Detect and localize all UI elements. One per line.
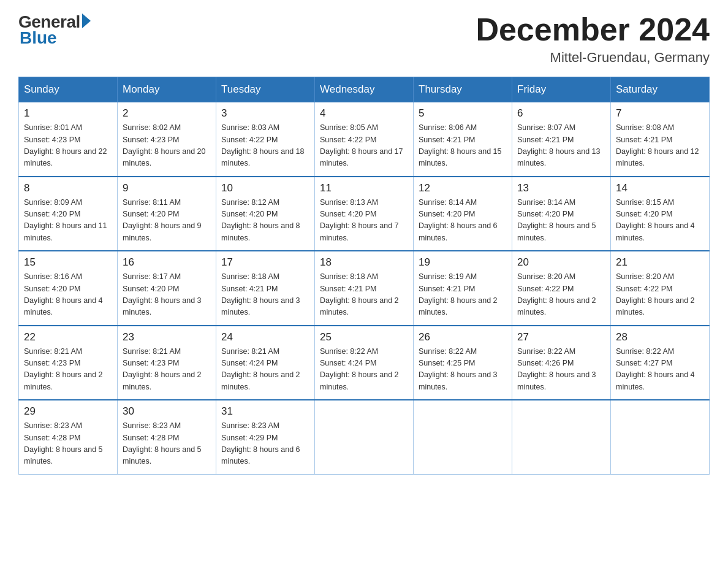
day-info: Sunrise: 8:21 AMSunset: 4:23 PMDaylight:… — [24, 346, 112, 394]
calendar-cell: 21Sunrise: 8:20 AMSunset: 4:22 PMDayligh… — [611, 251, 710, 326]
calendar-cell: 9Sunrise: 8:11 AMSunset: 4:20 PMDaylight… — [118, 177, 216, 251]
day-number: 7 — [616, 107, 704, 120]
day-number: 28 — [616, 331, 704, 343]
day-number: 21 — [616, 256, 704, 269]
day-number: 26 — [419, 331, 507, 343]
day-info: Sunrise: 8:16 AMSunset: 4:20 PMDaylight:… — [24, 271, 112, 319]
calendar-cell: 27Sunrise: 8:22 AMSunset: 4:26 PMDayligh… — [512, 326, 611, 400]
day-info: Sunrise: 8:19 AMSunset: 4:21 PMDaylight:… — [419, 271, 507, 319]
day-info: Sunrise: 8:20 AMSunset: 4:22 PMDaylight:… — [517, 271, 605, 319]
day-info: Sunrise: 8:23 AMSunset: 4:28 PMDaylight:… — [24, 420, 112, 468]
day-info: Sunrise: 8:18 AMSunset: 4:21 PMDaylight:… — [320, 271, 408, 319]
day-info: Sunrise: 8:22 AMSunset: 4:27 PMDaylight:… — [616, 346, 704, 394]
day-info: Sunrise: 8:05 AMSunset: 4:22 PMDaylight:… — [320, 122, 408, 170]
day-number: 1 — [24, 107, 112, 120]
weekday-header-row: SundayMondayTuesdayWednesdayThursdayFrid… — [19, 77, 710, 102]
calendar-cell: 5Sunrise: 8:06 AMSunset: 4:21 PMDaylight… — [414, 102, 512, 177]
calendar-cell: 30Sunrise: 8:23 AMSunset: 4:28 PMDayligh… — [118, 400, 216, 474]
calendar-cell — [414, 400, 512, 474]
calendar-cell: 28Sunrise: 8:22 AMSunset: 4:27 PMDayligh… — [611, 326, 710, 400]
logo-blue-text: Blue — [20, 28, 57, 48]
weekday-header-saturday: Saturday — [611, 77, 710, 102]
calendar-cell: 3Sunrise: 8:03 AMSunset: 4:22 PMDaylight… — [216, 102, 315, 177]
calendar-cell: 12Sunrise: 8:14 AMSunset: 4:20 PMDayligh… — [414, 177, 512, 251]
calendar-cell: 20Sunrise: 8:20 AMSunset: 4:22 PMDayligh… — [512, 251, 611, 326]
day-number: 30 — [123, 405, 211, 418]
day-number: 12 — [419, 182, 507, 194]
day-number: 27 — [517, 331, 605, 343]
day-number: 9 — [123, 182, 211, 194]
calendar-cell — [512, 400, 611, 474]
calendar-cell: 31Sunrise: 8:23 AMSunset: 4:29 PMDayligh… — [216, 400, 315, 474]
day-number: 14 — [616, 182, 704, 194]
calendar-cell: 8Sunrise: 8:09 AMSunset: 4:20 PMDaylight… — [19, 177, 118, 251]
calendar-cell: 22Sunrise: 8:21 AMSunset: 4:23 PMDayligh… — [19, 326, 118, 400]
calendar-cell: 17Sunrise: 8:18 AMSunset: 4:21 PMDayligh… — [216, 251, 315, 326]
weekday-header-friday: Friday — [512, 77, 611, 102]
calendar-cell: 13Sunrise: 8:14 AMSunset: 4:20 PMDayligh… — [512, 177, 611, 251]
calendar-cell: 26Sunrise: 8:22 AMSunset: 4:25 PMDayligh… — [414, 326, 512, 400]
day-number: 22 — [24, 331, 112, 343]
calendar-week-row: 8Sunrise: 8:09 AMSunset: 4:20 PMDaylight… — [19, 177, 710, 251]
day-info: Sunrise: 8:14 AMSunset: 4:20 PMDaylight:… — [419, 197, 507, 245]
day-info: Sunrise: 8:08 AMSunset: 4:21 PMDaylight:… — [616, 122, 704, 170]
calendar-cell: 14Sunrise: 8:15 AMSunset: 4:20 PMDayligh… — [611, 177, 710, 251]
day-info: Sunrise: 8:07 AMSunset: 4:21 PMDaylight:… — [517, 122, 605, 170]
calendar-cell: 23Sunrise: 8:21 AMSunset: 4:23 PMDayligh… — [118, 326, 216, 400]
calendar-cell: 6Sunrise: 8:07 AMSunset: 4:21 PMDaylight… — [512, 102, 611, 177]
calendar-cell: 7Sunrise: 8:08 AMSunset: 4:21 PMDaylight… — [611, 102, 710, 177]
day-info: Sunrise: 8:14 AMSunset: 4:20 PMDaylight:… — [517, 197, 605, 245]
day-number: 19 — [419, 256, 507, 269]
day-number: 3 — [221, 107, 309, 120]
weekday-header-tuesday: Tuesday — [216, 77, 315, 102]
day-info: Sunrise: 8:09 AMSunset: 4:20 PMDaylight:… — [24, 197, 112, 245]
calendar-week-row: 1Sunrise: 8:01 AMSunset: 4:23 PMDaylight… — [19, 102, 710, 177]
day-info: Sunrise: 8:22 AMSunset: 4:25 PMDaylight:… — [419, 346, 507, 394]
day-info: Sunrise: 8:03 AMSunset: 4:22 PMDaylight:… — [221, 122, 309, 170]
day-info: Sunrise: 8:18 AMSunset: 4:21 PMDaylight:… — [221, 271, 309, 319]
calendar-cell: 25Sunrise: 8:22 AMSunset: 4:24 PMDayligh… — [315, 326, 414, 400]
day-info: Sunrise: 8:22 AMSunset: 4:26 PMDaylight:… — [517, 346, 605, 394]
day-info: Sunrise: 8:21 AMSunset: 4:24 PMDaylight:… — [221, 346, 309, 394]
day-info: Sunrise: 8:17 AMSunset: 4:20 PMDaylight:… — [123, 271, 211, 319]
calendar-cell: 16Sunrise: 8:17 AMSunset: 4:20 PMDayligh… — [118, 251, 216, 326]
day-info: Sunrise: 8:20 AMSunset: 4:22 PMDaylight:… — [616, 271, 704, 319]
day-info: Sunrise: 8:11 AMSunset: 4:20 PMDaylight:… — [123, 197, 211, 245]
day-info: Sunrise: 8:23 AMSunset: 4:28 PMDaylight:… — [123, 420, 211, 468]
weekday-header-thursday: Thursday — [414, 77, 512, 102]
day-info: Sunrise: 8:06 AMSunset: 4:21 PMDaylight:… — [419, 122, 507, 170]
day-info: Sunrise: 8:13 AMSunset: 4:20 PMDaylight:… — [320, 197, 408, 245]
day-number: 24 — [221, 331, 309, 343]
calendar-cell — [611, 400, 710, 474]
title-block: December 2024 Mittel-Gruendau, Germany — [476, 12, 710, 66]
day-info: Sunrise: 8:22 AMSunset: 4:24 PMDaylight:… — [320, 346, 408, 394]
month-title: December 2024 — [476, 12, 710, 47]
calendar-cell: 11Sunrise: 8:13 AMSunset: 4:20 PMDayligh… — [315, 177, 414, 251]
calendar-cell: 2Sunrise: 8:02 AMSunset: 4:23 PMDaylight… — [118, 102, 216, 177]
day-number: 29 — [24, 405, 112, 418]
page-header: General Blue December 2024 Mittel-Gruend… — [18, 12, 710, 66]
logo-arrow-icon — [82, 13, 91, 28]
day-number: 23 — [123, 331, 211, 343]
weekday-header-wednesday: Wednesday — [315, 77, 414, 102]
calendar-cell: 1Sunrise: 8:01 AMSunset: 4:23 PMDaylight… — [19, 102, 118, 177]
day-number: 4 — [320, 107, 408, 120]
day-number: 5 — [419, 107, 507, 120]
day-number: 15 — [24, 256, 112, 269]
calendar-cell: 15Sunrise: 8:16 AMSunset: 4:20 PMDayligh… — [19, 251, 118, 326]
day-number: 16 — [123, 256, 211, 269]
calendar-cell: 18Sunrise: 8:18 AMSunset: 4:21 PMDayligh… — [315, 251, 414, 326]
day-number: 8 — [24, 182, 112, 194]
location-subtitle: Mittel-Gruendau, Germany — [476, 50, 710, 66]
calendar-week-row: 15Sunrise: 8:16 AMSunset: 4:20 PMDayligh… — [19, 251, 710, 326]
day-info: Sunrise: 8:15 AMSunset: 4:20 PMDaylight:… — [616, 197, 704, 245]
day-number: 20 — [517, 256, 605, 269]
logo: General Blue — [18, 12, 91, 48]
calendar-cell: 24Sunrise: 8:21 AMSunset: 4:24 PMDayligh… — [216, 326, 315, 400]
day-number: 17 — [221, 256, 309, 269]
weekday-header-sunday: Sunday — [19, 77, 118, 102]
calendar-table: SundayMondayTuesdayWednesdayThursdayFrid… — [18, 77, 710, 475]
calendar-cell — [315, 400, 414, 474]
day-info: Sunrise: 8:21 AMSunset: 4:23 PMDaylight:… — [123, 346, 211, 394]
calendar-cell: 10Sunrise: 8:12 AMSunset: 4:20 PMDayligh… — [216, 177, 315, 251]
